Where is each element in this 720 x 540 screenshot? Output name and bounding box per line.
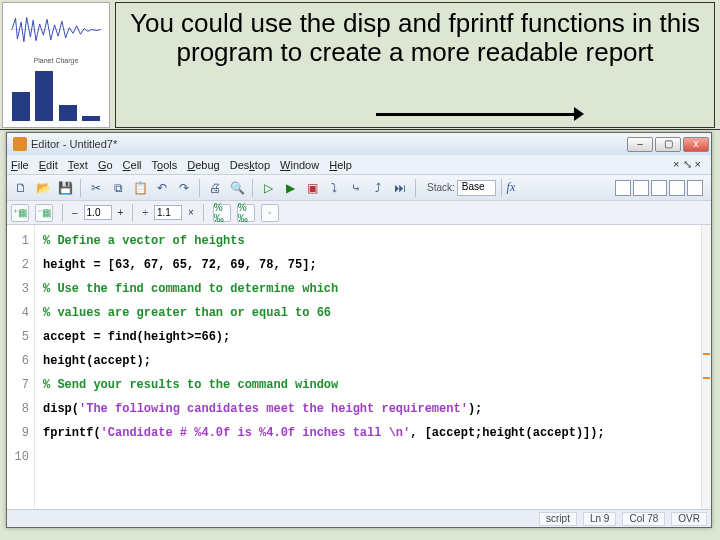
editor-window: Editor - Untitled7* – ▢ x File Edit Text… xyxy=(6,132,712,528)
window-title: Editor - Untitled7* xyxy=(31,138,117,150)
times-label[interactable]: × xyxy=(188,207,194,218)
menu-desktop[interactable]: Desktop xyxy=(230,159,270,171)
callout-arrow xyxy=(376,113,576,116)
step-out-icon[interactable]: ⤴ xyxy=(368,178,388,198)
status-mode: script xyxy=(539,512,577,526)
menubar-corner-icons[interactable]: × ⤡ × xyxy=(673,158,707,171)
dock-btn-3[interactable] xyxy=(651,180,667,196)
line-num: 1 xyxy=(7,229,29,253)
statusbar: script Ln 9 Col 78 OVR xyxy=(7,509,711,527)
line-num: 8 xyxy=(7,397,29,421)
plus-label[interactable]: + xyxy=(118,207,124,218)
status-ovr: OVR xyxy=(671,512,707,526)
continue-icon[interactable]: ⏭ xyxy=(390,178,410,198)
bar xyxy=(12,92,30,121)
close-button[interactable]: x xyxy=(683,137,709,152)
undo-icon[interactable]: ↶ xyxy=(152,178,172,198)
fx-icon[interactable]: fx xyxy=(507,180,516,195)
code-area[interactable]: 1 2 3 4 5 6 7 8 9 10 % Define a vector o… xyxy=(7,225,711,509)
breakpoint-icon[interactable]: ▣ xyxy=(302,178,322,198)
find-icon[interactable]: 🔍 xyxy=(227,178,247,198)
status-col: Col 78 xyxy=(622,512,665,526)
stack-select[interactable]: Base xyxy=(457,180,496,196)
cell-minus-icon[interactable]: ⁻▦ xyxy=(35,204,53,222)
dock-btn-1[interactable] xyxy=(615,180,631,196)
bar xyxy=(82,116,100,121)
save-icon[interactable]: 💾 xyxy=(55,178,75,198)
menu-text[interactable]: Text xyxy=(68,159,88,171)
lint-mark-icon[interactable] xyxy=(703,377,710,379)
line-gutter: 1 2 3 4 5 6 7 8 9 10 xyxy=(7,225,35,509)
step-in-icon[interactable]: ⤷ xyxy=(346,178,366,198)
dock-btn-2[interactable] xyxy=(633,180,649,196)
menu-tools[interactable]: Tools xyxy=(152,159,178,171)
status-line: Ln 9 xyxy=(583,512,616,526)
maximize-button[interactable]: ▢ xyxy=(655,137,681,152)
thumb-caption: Planet Charge xyxy=(3,56,109,65)
code-text[interactable]: % Define a vector of heights height = [6… xyxy=(35,225,701,509)
new-file-icon[interactable]: 🗋 xyxy=(11,178,31,198)
copy-icon[interactable]: ⧉ xyxy=(108,178,128,198)
thumbnail-column: Planet Charge xyxy=(2,2,110,128)
line-num: 4 xyxy=(7,301,29,325)
line-num: 3 xyxy=(7,277,29,301)
minus-label[interactable]: – xyxy=(72,207,78,218)
increment-a-field[interactable] xyxy=(84,205,112,220)
menubar: File Edit Text Go Cell Tools Debug Deskt… xyxy=(7,155,711,175)
stack-label: Stack: xyxy=(427,182,455,193)
callout-region: Planet Charge You could use the disp and… xyxy=(0,0,720,130)
minimize-button[interactable]: – xyxy=(627,137,653,152)
menu-file[interactable]: File xyxy=(11,159,29,171)
bar xyxy=(59,105,77,121)
step-icon[interactable]: ⤵ xyxy=(324,178,344,198)
dot-btn[interactable]: ◦ xyxy=(261,204,279,222)
menu-help[interactable]: Help xyxy=(329,159,352,171)
menu-edit[interactable]: Edit xyxy=(39,159,58,171)
waveform-thumb xyxy=(3,3,109,56)
line-num: 9 xyxy=(7,421,29,445)
bar-thumb xyxy=(3,65,109,127)
print-icon[interactable]: 🖨 xyxy=(205,178,225,198)
run-section-icon[interactable]: ▶ xyxy=(280,178,300,198)
menu-go[interactable]: Go xyxy=(98,159,113,171)
div-label[interactable]: ÷ xyxy=(142,207,148,218)
lint-mark-icon[interactable] xyxy=(703,353,710,355)
line-num: 10 xyxy=(7,445,29,469)
waveform-icon xyxy=(6,11,107,48)
increment-b-field[interactable] xyxy=(154,205,182,220)
line-num: 6 xyxy=(7,349,29,373)
menu-window[interactable]: Window xyxy=(280,159,319,171)
bar xyxy=(35,71,53,121)
pct-btn-1[interactable]: %‰ xyxy=(213,204,231,222)
cell-plus-icon[interactable]: ⁺▦ xyxy=(11,204,29,222)
toolbar-cell: ⁺▦ ⁻▦ – + ÷ × %‰ %‰ ◦ xyxy=(7,201,711,225)
line-num: 5 xyxy=(7,325,29,349)
cut-icon[interactable]: ✂ xyxy=(86,178,106,198)
menu-debug[interactable]: Debug xyxy=(187,159,219,171)
callout-box: You could use the disp and fprintf funct… xyxy=(115,2,715,128)
dock-btn-5[interactable] xyxy=(687,180,703,196)
line-num: 2 xyxy=(7,253,29,277)
redo-icon[interactable]: ↷ xyxy=(174,178,194,198)
open-file-icon[interactable]: 📂 xyxy=(33,178,53,198)
run-icon[interactable]: ▷ xyxy=(258,178,278,198)
dock-btn-4[interactable] xyxy=(669,180,685,196)
callout-text: You could use the disp and fprintf funct… xyxy=(130,9,700,66)
titlebar[interactable]: Editor - Untitled7* – ▢ x xyxy=(7,133,711,155)
warning-strip xyxy=(701,225,711,509)
line-num: 7 xyxy=(7,373,29,397)
menu-cell[interactable]: Cell xyxy=(123,159,142,171)
pct-btn-2[interactable]: %‰ xyxy=(237,204,255,222)
paste-icon[interactable]: 📋 xyxy=(130,178,150,198)
toolbar-main: 🗋 📂 💾 ✂ ⧉ 📋 ↶ ↷ 🖨 🔍 ▷ ▶ ▣ ⤵ ⤷ ⤴ ⏭ Stack:… xyxy=(7,175,711,201)
editor-app-icon xyxy=(13,137,27,151)
